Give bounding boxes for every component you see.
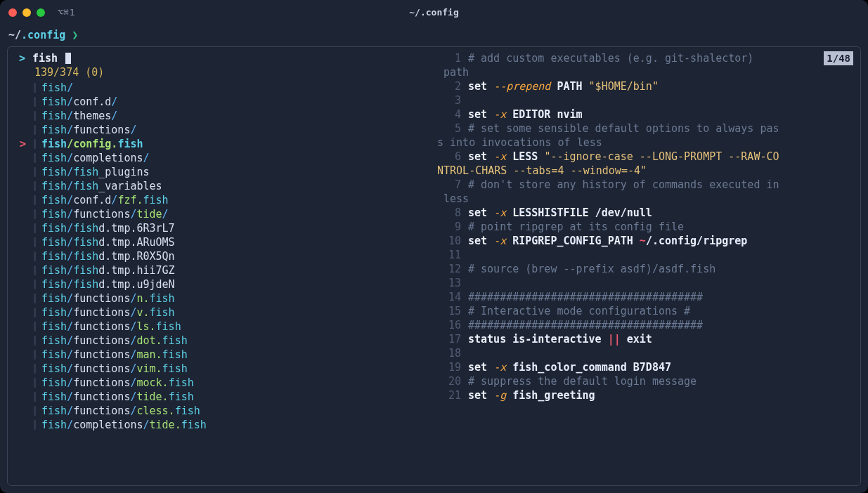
fzf-preview-pane[interactable]: 1/48 1# add custom executables (e.g. git… [434, 47, 860, 485]
fzf-result-text: fish/fishd.tmp.ARuOMS [41, 235, 175, 249]
code-content: # Interactive mode configurations # [468, 304, 853, 318]
fzf-result-text: fish/functions/v.fish [41, 305, 175, 320]
fzf-panel: > fish 139/374 (0) fish/fish/conf.d/fish… [7, 46, 861, 486]
fzf-result-item[interactable]: fish/functions/man.fish [13, 348, 428, 362]
pointer-icon [20, 151, 28, 165]
fzf-result-item[interactable]: fish/fishd.tmp.u9jdeN [13, 277, 428, 291]
tab-hotkey-label: ⌥⌘1 [58, 6, 75, 20]
pointer-icon [20, 404, 28, 418]
fzf-result-item[interactable]: fish/functions/v.fish [13, 305, 428, 320]
marker-icon [34, 97, 36, 107]
marker-icon [34, 167, 36, 177]
marker-icon [34, 308, 36, 317]
code-line-wrap: s into invocations of less [437, 136, 853, 150]
code-line-wrap: NTROL-CHARS --tabs=4 --window=-4" [437, 164, 853, 178]
fzf-search-row[interactable]: > fish [13, 51, 428, 65]
line-number: 17 [437, 332, 468, 346]
close-icon[interactable] [8, 8, 17, 17]
marker-icon [34, 209, 36, 219]
code-content: set -x fish_color_command B7D847 [468, 360, 853, 374]
code-content [468, 346, 853, 360]
pointer-icon [20, 291, 28, 305]
fzf-results-pane[interactable]: > fish 139/374 (0) fish/fish/conf.d/fish… [8, 47, 434, 485]
line-number: 10 [437, 234, 468, 248]
fzf-result-item[interactable]: fish/fishd.tmp.R0X5Qn [13, 249, 428, 263]
code-content: # don't store any history of commands ex… [468, 178, 853, 192]
code-line: 21set -g fish_greeting [437, 388, 853, 402]
code-content: # suppress the default login message [468, 374, 853, 388]
fzf-result-text: fish/functions/cless.fish [41, 404, 200, 418]
code-line: 5# set some sensible default options to … [437, 121, 853, 136]
prompt-dir: .config [21, 29, 65, 41]
line-number: 12 [437, 262, 468, 276]
marker-icon [34, 378, 36, 388]
code-content: # source (brew --prefix asdf)/asdf.fish [468, 262, 853, 276]
code-line-wrap: less [437, 192, 853, 206]
fzf-prompt-icon: > [19, 51, 25, 65]
titlebar: ⌥⌘1 ~/.config [0, 0, 868, 25]
minimize-icon[interactable] [22, 8, 31, 17]
marker-icon [34, 125, 36, 135]
code-content: set --prepend PATH "$HOME/bin" [468, 79, 853, 93]
marker-icon [34, 265, 36, 275]
line-number: 3 [437, 93, 468, 107]
shell-area: ~/.config ❯ > fish 139/374 (0) fish/fish… [0, 25, 868, 493]
fzf-result-item[interactable]: fish/fishd.tmp.hii7GZ [13, 263, 428, 277]
code-content: status is-interactive || exit [468, 332, 853, 346]
fzf-result-item[interactable]: fish/functions/ls.fish [13, 320, 428, 334]
fzf-result-item[interactable]: fish/config.fish [13, 137, 428, 151]
pointer-icon [20, 207, 28, 221]
line-number: 8 [437, 206, 468, 220]
marker-icon [34, 83, 36, 93]
pointer-icon [20, 95, 28, 109]
pointer-icon [20, 123, 28, 137]
fzf-result-item[interactable]: fish/conf.d/fzf.fish [13, 193, 428, 207]
pointer-icon [20, 277, 28, 291]
fzf-result-item[interactable]: fish/completions/tide.fish [13, 418, 428, 432]
pointer-icon [20, 179, 28, 193]
code-line: 9# point ripgrep at its config file [437, 220, 853, 234]
fzf-result-item[interactable]: fish/conf.d/ [13, 95, 428, 109]
fzf-result-item[interactable]: fish/functions/cless.fish [13, 404, 428, 418]
preview-scroll-badge: 1/48 [824, 51, 853, 65]
fzf-result-item[interactable]: fish/ [13, 81, 428, 95]
code-content: set -x RIPGREP_CONFIG_PATH ~/.config/rip… [468, 234, 853, 248]
fzf-result-item[interactable]: fish/fish_plugins [13, 165, 428, 179]
code-line: 2set --prepend PATH "$HOME/bin" [437, 79, 853, 93]
fzf-result-item[interactable]: fish/fish_variables [13, 179, 428, 193]
fzf-result-text: fish/config.fish [41, 137, 143, 151]
fzf-result-list[interactable]: fish/fish/conf.d/fish/themes/fish/functi… [13, 81, 428, 432]
fzf-result-item[interactable]: fish/functions/ [13, 123, 428, 137]
code-line: 1# add custom executables (e.g. git-shal… [437, 51, 853, 65]
code-content: set -g fish_greeting [468, 388, 853, 402]
marker-icon [34, 350, 36, 360]
fzf-result-item[interactable]: fish/functions/tide.fish [13, 390, 428, 404]
pointer-icon [20, 362, 28, 376]
zoom-icon[interactable] [37, 8, 45, 17]
fzf-result-item[interactable]: fish/completions/ [13, 151, 428, 165]
fzf-result-item[interactable]: fish/themes/ [13, 109, 428, 123]
code-content: # set some sensible default options to a… [468, 121, 853, 136]
fzf-result-item[interactable]: fish/functions/tide/ [13, 207, 428, 221]
code-line-wrap: path [437, 65, 853, 79]
pointer-icon [20, 235, 28, 249]
fzf-result-text: fish/fishd.tmp.u9jdeN [41, 277, 175, 291]
fzf-query[interactable]: fish [32, 51, 58, 65]
pointer-icon [20, 81, 28, 95]
pointer-icon [20, 390, 28, 404]
line-number: 20 [437, 374, 468, 388]
code-line: 15# Interactive mode configurations # [437, 304, 853, 318]
marker-icon [34, 420, 36, 430]
fzf-result-item[interactable]: fish/fishd.tmp.ARuOMS [13, 235, 428, 249]
fzf-result-item[interactable]: fish/functions/vim.fish [13, 362, 428, 376]
fzf-result-text: fish/functions/vim.fish [41, 362, 188, 376]
marker-icon [34, 392, 36, 402]
fzf-result-item[interactable]: fish/fishd.tmp.6R3rL7 [13, 221, 428, 235]
fzf-result-item[interactable]: fish/functions/mock.fish [13, 376, 428, 390]
fzf-result-item[interactable]: fish/functions/dot.fish [13, 334, 428, 348]
fzf-result-text: fish/completions/ [41, 151, 150, 165]
code-content [468, 93, 853, 107]
prompt-symbol: ❯ [72, 29, 78, 41]
fzf-result-item[interactable]: fish/functions/n.fish [13, 291, 428, 305]
preview-code: 1# add custom executables (e.g. git-shal… [437, 51, 853, 402]
